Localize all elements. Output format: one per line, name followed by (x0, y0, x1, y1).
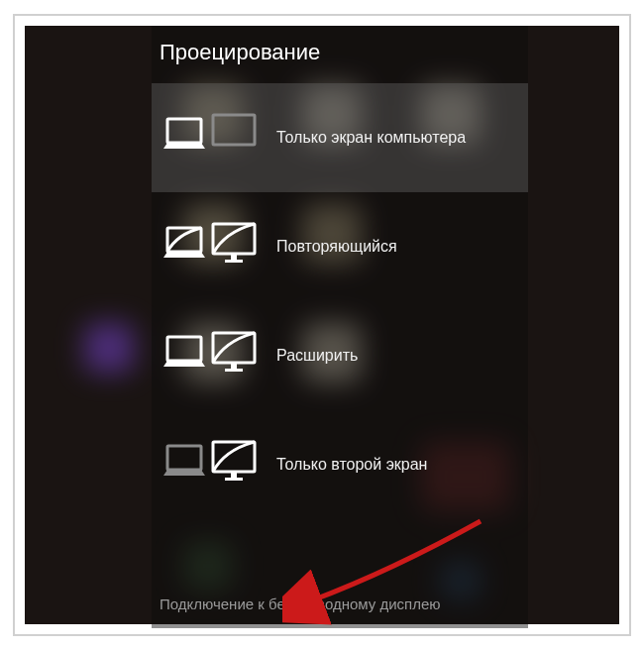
option-label: Только экран компьютера (276, 129, 466, 147)
second-screen-only-icon (160, 438, 259, 491)
svg-rect-3 (213, 224, 255, 254)
svg-rect-7 (213, 333, 255, 363)
connect-wireless-display-link[interactable]: Подключение к беспроводному дисплею (152, 582, 528, 628)
option-duplicate[interactable]: Повторяющийся (152, 192, 528, 301)
svg-rect-13 (225, 478, 243, 481)
svg-rect-11 (213, 442, 255, 472)
project-panel: Проецирование Только экран компьютера (152, 26, 528, 628)
option-second-screen-only[interactable]: Только второй экран (152, 410, 528, 519)
option-label: Повторяющийся (276, 238, 397, 256)
svg-rect-10 (167, 446, 201, 470)
option-pc-screen-only[interactable]: Только экран компьютера (152, 83, 528, 192)
pc-screen-only-icon (160, 111, 259, 164)
extend-icon (160, 329, 259, 382)
svg-rect-2 (167, 228, 201, 252)
svg-rect-4 (231, 254, 237, 260)
duplicate-icon (160, 220, 259, 273)
svg-rect-6 (167, 337, 201, 361)
svg-rect-8 (231, 363, 237, 369)
screenshot-frame: Проецирование Только экран компьютера (13, 14, 631, 636)
panel-title: Проецирование (152, 26, 528, 83)
svg-rect-9 (225, 369, 243, 372)
option-label: Только второй экран (276, 456, 427, 474)
option-extend[interactable]: Расширить (152, 301, 528, 410)
svg-rect-5 (225, 260, 243, 263)
svg-rect-0 (167, 119, 201, 143)
option-label: Расширить (276, 347, 358, 365)
svg-rect-12 (231, 472, 237, 478)
svg-rect-1 (213, 115, 255, 145)
